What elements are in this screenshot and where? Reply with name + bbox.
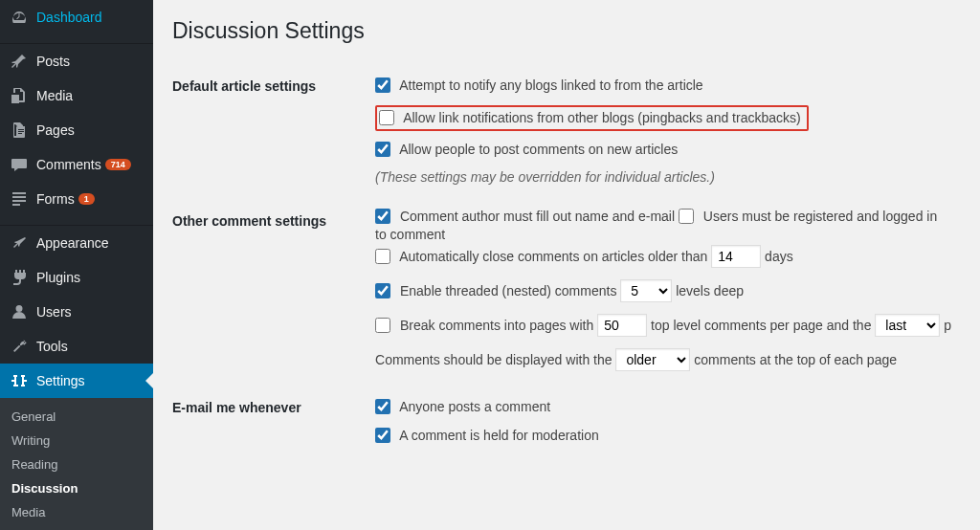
sidebar-item-pages[interactable]: Pages [0,113,153,147]
checkbox-name-email[interactable] [375,209,390,224]
sidebar-item-label: Media [36,88,73,103]
dashboard-icon [10,8,29,27]
select-paging-order[interactable]: last [875,314,940,337]
sidebar-item-label: Tools [36,339,68,354]
section-heading-email-whenever: E-mail me whenever [172,383,375,466]
option-allow-comments[interactable]: Allow people to post comments on new art… [375,141,951,160]
sidebar-item-label: Dashboard [36,10,102,25]
section-heading-other-comment: Other comment settings [172,196,375,383]
select-threaded-levels[interactable]: 5 [620,279,672,302]
sidebar-item-label: Comments [36,157,101,172]
media-icon [10,86,29,105]
default-article-note: (These settings may be overridden for in… [375,169,951,185]
checkbox-autoclose[interactable] [375,249,390,264]
settings-icon [10,371,29,390]
submenu-item-media[interactable]: Media [0,500,153,524]
forms-badge: 1 [78,193,95,205]
option-held-moderation[interactable]: A comment is held for moderation [375,427,951,446]
select-display-order[interactable]: older [615,348,690,371]
sidebar-item-comments[interactable]: Comments 714 [0,147,153,182]
submenu-item-reading[interactable]: Reading [0,453,153,476]
option-autoclose-row: Automatically close comments on articles… [375,245,951,268]
checkbox-allow-comments[interactable] [375,142,390,157]
sidebar-item-label: Posts [36,54,70,69]
sidebar-item-label: Plugins [36,270,80,285]
settings-submenu: General Writing Reading Discussion Media [0,398,153,530]
option-paging-row: Break comments into pages with top level… [375,314,951,337]
sidebar-item-label: Appearance [36,235,109,251]
option-threaded-row: Enable threaded (nested) comments 5 leve… [375,279,951,302]
option-notify-linked[interactable]: Attempt to notify any blogs linked to fr… [375,77,951,96]
input-autoclose-days[interactable] [711,245,761,268]
comments-badge: 714 [105,159,131,170]
sidebar-item-label: Forms [36,191,75,207]
forms-icon [10,189,29,209]
sidebar-item-settings[interactable]: Settings [0,364,153,398]
checkbox-notify-linked[interactable] [375,77,390,93]
appearance-icon [10,233,29,253]
page-title: Discussion Settings [172,10,961,61]
sidebar-item-dashboard[interactable]: Dashboard [0,0,153,34]
section-heading-default-article: Default article settings [172,61,375,196]
option-display-order-row: Comments should be displayed with the ol… [375,348,951,371]
sidebar-item-media[interactable]: Media [0,78,153,113]
comments-icon [10,155,29,174]
plugins-icon [10,268,29,287]
content-area: Discussion Settings Default article sett… [153,0,980,530]
highlighted-pingbacks-option: Allow link notifications from other blog… [375,105,809,132]
admin-sidebar: Dashboard Posts Media Pages Comments 714… [0,0,153,530]
option-name-email[interactable]: Comment author must fill out name and e-… [375,209,679,224]
submenu-item-discussion[interactable]: Discussion [0,476,153,500]
checkbox-threaded[interactable] [375,283,390,298]
tools-icon [10,337,29,356]
users-icon [10,302,29,321]
sidebar-item-label: Pages [36,122,75,138]
checkbox-anyone-posts[interactable] [375,399,390,414]
option-anyone-posts[interactable]: Anyone posts a comment [375,398,951,417]
sidebar-item-label: Users [36,304,72,320]
option-allow-pingbacks[interactable]: Allow link notifications from other blog… [379,109,801,128]
sidebar-item-tools[interactable]: Tools [0,329,153,364]
submenu-item-general[interactable]: General [0,405,153,429]
input-paging-count[interactable] [597,314,647,337]
sidebar-item-users[interactable]: Users [0,295,153,329]
sidebar-item-label: Settings [36,373,85,388]
checkbox-paging[interactable] [375,318,390,333]
pin-icon [10,52,29,71]
checkbox-registered[interactable] [679,209,694,224]
sidebar-item-appearance[interactable]: Appearance [0,226,153,260]
sidebar-item-posts[interactable]: Posts [0,44,153,78]
pages-icon [10,121,29,140]
sidebar-item-plugins[interactable]: Plugins [0,260,153,295]
checkbox-allow-pingbacks[interactable] [379,110,394,125]
sidebar-item-forms[interactable]: Forms 1 [0,182,153,216]
checkbox-held-moderation[interactable] [375,428,390,443]
submenu-item-writing[interactable]: Writing [0,429,153,453]
